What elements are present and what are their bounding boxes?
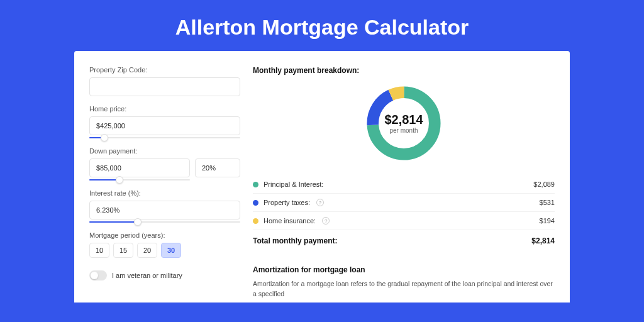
ins-label: Home insurance: — [264, 217, 316, 225]
pi-amount: $2,089 — [533, 180, 555, 188]
slider-thumb[interactable] — [116, 176, 123, 184]
breakdown-row-ins: Home insurance: ? $194 — [253, 212, 555, 230]
home-price-slider[interactable] — [89, 137, 240, 138]
donut-chart: $2,814 per month — [253, 82, 555, 164]
interest-field-group: Interest rate (%): — [89, 189, 240, 223]
tax-label: Property taxes: — [264, 199, 310, 206]
tax-amount: $531 — [540, 199, 555, 206]
breakdown-row-pi: Principal & Interest: $2,089 — [253, 175, 555, 194]
breakdown-row-tax: Property taxes: ? $531 — [253, 194, 555, 212]
down-payment-slider[interactable] — [89, 179, 190, 180]
amort-text: Amortization for a mortgage loan refers … — [253, 279, 555, 299]
period-15-button[interactable]: 15 — [113, 243, 133, 258]
down-payment-field-group: Down payment: — [89, 147, 240, 180]
form-panel: Property Zip Code: Home price: Down paym… — [89, 66, 240, 303]
period-label: Mortgage period (years): — [89, 231, 240, 239]
veteran-toggle[interactable] — [89, 270, 107, 280]
home-price-label: Home price: — [89, 105, 240, 113]
ins-amount: $194 — [540, 217, 555, 225]
breakdown-panel: Monthly payment breakdown: $2,814 per mo… — [253, 66, 555, 303]
dot-green-icon — [253, 182, 258, 187]
total-row: Total monthly payment: $2,814 — [253, 230, 555, 253]
dot-blue-icon — [253, 200, 258, 206]
pi-label: Principal & Interest: — [264, 180, 323, 188]
period-10-button[interactable]: 10 — [89, 243, 109, 258]
donut-sub: per month — [384, 127, 423, 134]
down-payment-pct-input[interactable] — [195, 158, 240, 177]
amort-title: Amortization for mortgage loan — [253, 260, 555, 274]
period-30-button[interactable]: 30 — [161, 243, 181, 258]
interest-input[interactable] — [89, 201, 240, 219]
total-amount: $2,814 — [531, 236, 555, 245]
period-field-group: Mortgage period (years): 10 15 20 30 — [89, 231, 240, 258]
total-label: Total monthly payment: — [253, 236, 337, 245]
period-20-button[interactable]: 20 — [137, 243, 157, 258]
slider-thumb[interactable] — [101, 134, 108, 142]
slider-thumb[interactable] — [134, 218, 142, 226]
donut-amount: $2,814 — [384, 113, 423, 127]
home-price-field-group: Home price: — [89, 105, 240, 138]
veteran-label: I am veteran or military — [112, 272, 182, 279]
down-payment-label: Down payment: — [89, 147, 240, 155]
zip-input[interactable] — [89, 77, 240, 96]
calculator-card: Property Zip Code: Home price: Down paym… — [74, 51, 570, 303]
breakdown-title: Monthly payment breakdown: — [253, 66, 555, 75]
toggle-knob — [91, 272, 98, 279]
help-icon[interactable]: ? — [322, 217, 330, 225]
zip-field-group: Property Zip Code: — [89, 66, 240, 96]
veteran-toggle-row: I am veteran or military — [89, 270, 240, 280]
dot-yellow-icon — [253, 218, 258, 224]
page-title: Allerton Mortgage Calculator — [0, 0, 644, 51]
zip-label: Property Zip Code: — [89, 66, 240, 74]
help-icon[interactable]: ? — [316, 199, 324, 206]
home-price-input[interactable] — [89, 116, 240, 135]
interest-slider[interactable] — [89, 221, 240, 223]
down-payment-input[interactable] — [89, 158, 190, 177]
interest-label: Interest rate (%): — [89, 189, 240, 197]
